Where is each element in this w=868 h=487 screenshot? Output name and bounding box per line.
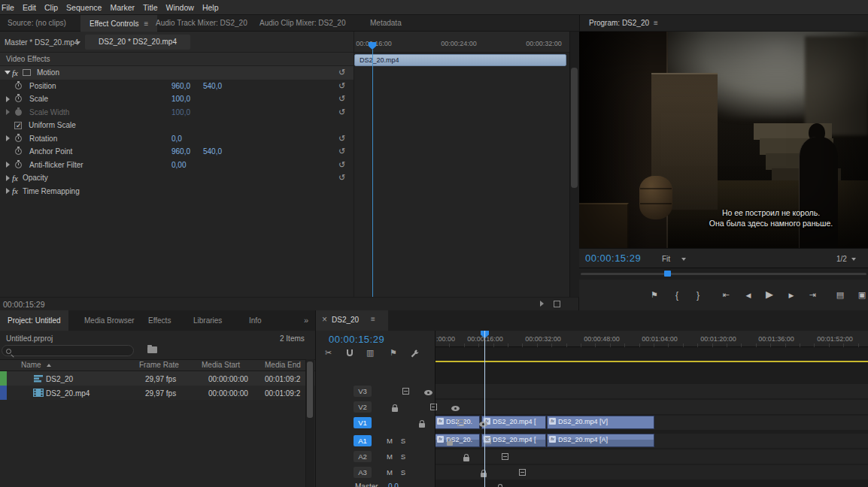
menu-item-help[interactable]: Help bbox=[202, 3, 219, 12]
add-marker-icon[interactable]: ⚑ bbox=[390, 348, 397, 358]
razor-icon[interactable]: ✂ bbox=[325, 348, 332, 358]
tab-sequence-label[interactable]: DS2_20 bbox=[332, 316, 359, 324]
ec-clip-tab[interactable]: DS2_20 * DS2_20.mp4 bbox=[85, 35, 190, 50]
track-chip-v1[interactable]: V1 bbox=[354, 417, 372, 428]
menu-item-title[interactable]: Title bbox=[143, 3, 157, 12]
tab-effect-controls[interactable]: Effect Controls bbox=[80, 15, 157, 32]
stopwatch-icon[interactable] bbox=[15, 148, 22, 155]
menu-item-marker[interactable]: Marker bbox=[110, 3, 135, 12]
snap-icon[interactable] bbox=[345, 349, 354, 358]
tab-program[interactable]: Program: DS2_20 bbox=[589, 15, 649, 32]
reset-icon[interactable] bbox=[338, 134, 345, 144]
project-scrollbar-thumb[interactable] bbox=[307, 361, 313, 418]
sync-lock-icon[interactable] bbox=[402, 388, 409, 395]
column-header-name[interactable]: Name bbox=[21, 361, 41, 369]
ec-effect-motion[interactable]: Motion bbox=[0, 66, 354, 80]
reset-icon[interactable] bbox=[338, 160, 345, 170]
label-color-chip[interactable] bbox=[0, 386, 7, 400]
step-forward-icon[interactable]: ▶ bbox=[789, 292, 794, 299]
reset-icon[interactable] bbox=[338, 173, 345, 183]
anchor-x-value[interactable]: 960,0 bbox=[171, 147, 190, 156]
sort-ascending-icon[interactable] bbox=[47, 364, 51, 367]
menu-item-edit[interactable]: Edit bbox=[23, 3, 36, 12]
column-header-media-end[interactable]: Media End bbox=[265, 361, 301, 369]
ec-row-anchor-point[interactable]: Anchor Point 960,0 540,0 bbox=[0, 145, 354, 159]
menu-item-clip[interactable]: Clip bbox=[44, 3, 58, 12]
zoom-level-dropdown[interactable]: Fit bbox=[662, 255, 670, 263]
mark-out-icon[interactable]: } bbox=[697, 290, 700, 301]
anti-flicker-value[interactable]: 0,00 bbox=[171, 161, 186, 169]
solo-button[interactable]: S bbox=[399, 468, 408, 476]
tab-libraries[interactable]: Libraries bbox=[193, 310, 222, 331]
track-chip-a1[interactable]: A1 bbox=[354, 435, 372, 446]
ec-effect-time-remapping[interactable]: Time Remapping bbox=[0, 185, 354, 198]
track-lane-a3[interactable] bbox=[435, 465, 868, 479]
program-video-frame[interactable]: Но ее построил не король. Она была здесь… bbox=[579, 32, 868, 248]
track-chip-a2[interactable]: A2 bbox=[354, 451, 372, 462]
new-bin-icon[interactable] bbox=[147, 346, 157, 353]
playback-resolution-dropdown[interactable]: 1/2 bbox=[836, 255, 847, 263]
position-y-value[interactable]: 540,0 bbox=[203, 82, 222, 90]
label-color-chip[interactable] bbox=[0, 371, 7, 386]
item-name[interactable]: DS2_20 bbox=[46, 375, 73, 383]
ec-playhead-line[interactable] bbox=[372, 50, 373, 297]
tab-overflow-chevron[interactable]: » bbox=[304, 310, 308, 331]
ec-row-uniform-scale[interactable]: Uniform Scale bbox=[0, 119, 354, 132]
reset-icon[interactable] bbox=[338, 147, 345, 156]
menu-item-sequence[interactable]: Sequence bbox=[66, 3, 102, 12]
program-timecode[interactable]: 00:00:15:29 bbox=[585, 253, 641, 264]
close-icon[interactable] bbox=[322, 314, 327, 325]
mark-in-icon[interactable]: { bbox=[675, 290, 678, 301]
panel-menu-icon[interactable] bbox=[144, 20, 148, 28]
track-lock-icon[interactable] bbox=[419, 423, 425, 428]
master-track-label[interactable]: Master bbox=[355, 482, 378, 487]
tab-audio-track-mixer[interactable]: Audio Track Mixer: DS2_20 bbox=[156, 15, 247, 32]
expand-icon[interactable] bbox=[6, 188, 10, 194]
rotation-value[interactable]: 0,0 bbox=[171, 135, 182, 143]
tab-audio-clip-mixer[interactable]: Audio Clip Mixer: DS2_20 bbox=[259, 15, 346, 32]
chevron-down-icon[interactable] bbox=[681, 258, 686, 261]
ec-row-position[interactable]: Position 960,0 540,0 bbox=[0, 80, 354, 93]
chevron-down-icon[interactable] bbox=[851, 258, 856, 261]
ec-effect-opacity[interactable]: Opacity bbox=[0, 171, 354, 185]
solo-button[interactable]: S bbox=[399, 452, 408, 461]
stopwatch-icon[interactable] bbox=[15, 162, 22, 168]
timeline-clip-audio[interactable]: DS2_20. bbox=[435, 434, 480, 447]
go-to-out-icon[interactable]: ⇥ bbox=[809, 290, 815, 300]
toggle-effects-icon[interactable] bbox=[554, 301, 560, 307]
reset-icon[interactable] bbox=[338, 94, 345, 104]
tab-source[interactable]: Source: (no clips) bbox=[8, 15, 66, 32]
sync-lock-icon[interactable] bbox=[457, 419, 464, 426]
tab-info[interactable]: Info bbox=[249, 310, 262, 331]
mute-button[interactable]: M bbox=[385, 437, 394, 445]
track-lane-v3[interactable] bbox=[435, 384, 868, 398]
uniform-scale-checkbox[interactable] bbox=[14, 122, 22, 129]
anchor-y-value[interactable]: 540,0 bbox=[203, 147, 222, 156]
ec-row-anti-flicker[interactable]: Anti-flicker Filter 0,00 bbox=[0, 159, 354, 172]
solo-button[interactable]: S bbox=[399, 437, 408, 445]
collapse-icon[interactable] bbox=[5, 71, 11, 74]
reset-icon[interactable] bbox=[338, 68, 345, 77]
track-chip-v3[interactable]: V3 bbox=[354, 386, 372, 397]
track-lock-icon[interactable] bbox=[447, 441, 453, 446]
program-panel-menu-icon[interactable] bbox=[654, 15, 658, 32]
track-lane-v2[interactable] bbox=[435, 400, 868, 414]
track-chip-a3[interactable]: A3 bbox=[354, 467, 372, 478]
item-name[interactable]: DS2_20.mp4 bbox=[46, 389, 90, 398]
menu-item-window[interactable]: Window bbox=[166, 3, 194, 12]
go-to-in-icon[interactable]: ⇤ bbox=[722, 290, 729, 300]
tab-effects[interactable]: Effects bbox=[148, 310, 171, 331]
column-header-frame-rate[interactable]: Frame Rate bbox=[139, 361, 179, 369]
ec-row-rotation[interactable]: Rotation 0,0 bbox=[0, 132, 354, 146]
tab-project[interactable]: Project: Untitled bbox=[0, 310, 68, 331]
track-lock-icon[interactable] bbox=[481, 473, 487, 477]
stopwatch-icon[interactable] bbox=[15, 95, 22, 102]
mute-button[interactable]: M bbox=[385, 468, 394, 476]
column-header-media-start[interactable]: Media Start bbox=[202, 361, 240, 369]
menu-item-file[interactable]: File bbox=[2, 3, 14, 12]
stopwatch-icon[interactable] bbox=[15, 135, 22, 142]
sync-lock-icon[interactable] bbox=[502, 453, 508, 460]
position-x-value[interactable]: 960,0 bbox=[171, 82, 190, 90]
timeline-panel-menu-icon[interactable] bbox=[371, 315, 375, 323]
expand-icon[interactable] bbox=[6, 175, 10, 181]
